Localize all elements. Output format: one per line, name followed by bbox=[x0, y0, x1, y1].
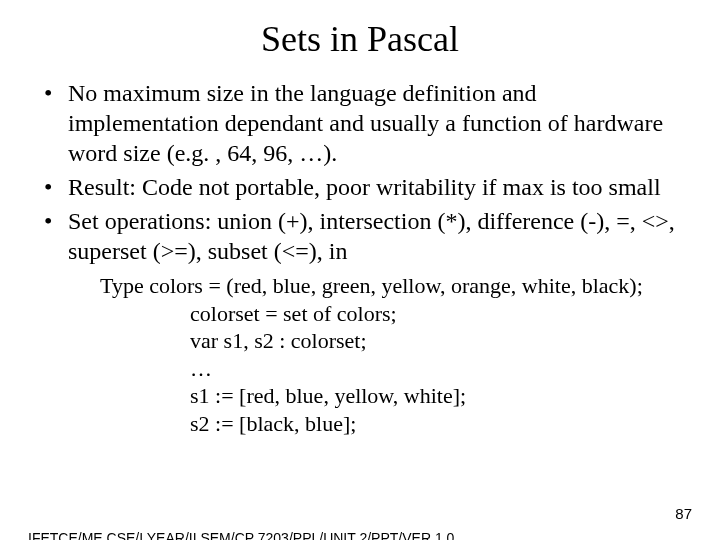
bullet-item: No maximum size in the language definiti… bbox=[40, 78, 680, 168]
bullet-item: Set operations: union (+), intersection … bbox=[40, 206, 680, 266]
code-line: s2 := [black, blue]; bbox=[100, 410, 680, 438]
code-line: … bbox=[100, 355, 680, 383]
slide-title: Sets in Pascal bbox=[0, 18, 720, 60]
code-line: Type colors = (red, blue, green, yellow,… bbox=[100, 272, 680, 300]
code-block: Type colors = (red, blue, green, yellow,… bbox=[100, 272, 680, 437]
code-line: var s1, s2 : colorset; bbox=[100, 327, 680, 355]
code-line: colorset = set of colors; bbox=[100, 300, 680, 328]
bullet-list: No maximum size in the language definiti… bbox=[40, 78, 680, 266]
code-line: s1 := [red, blue, yellow, white]; bbox=[100, 382, 680, 410]
footer-text: IFETCE/ME CSE/I YEAR/II SEM/CP 7203/PPL/… bbox=[28, 530, 454, 540]
page-number: 87 bbox=[675, 505, 692, 522]
bullet-item: Result: Code not portable, poor writabil… bbox=[40, 172, 680, 202]
slide: Sets in Pascal No maximum size in the la… bbox=[0, 18, 720, 540]
